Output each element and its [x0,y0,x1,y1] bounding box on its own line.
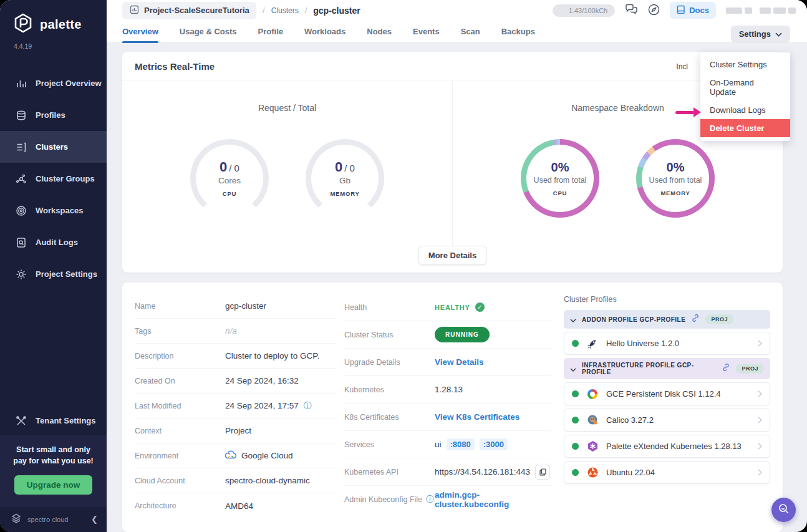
sidebar-collapse-button[interactable]: ❮ [91,515,98,524]
cluster-tabs: Overview Usage & Costs Profile Workloads… [107,21,807,43]
copy-button[interactable] [535,465,550,480]
promo-text: Start small and only pay for what you us… [7,444,99,467]
tab-scan[interactable]: Scan [461,21,480,42]
detail-row-health: Health HEALTHY✓ [344,294,551,321]
profile-item-name: Calico 3.27.2 [606,415,751,425]
menu-item-on-demand-update[interactable]: On-Demand Update [700,74,790,101]
breadcrumb-clusters-link[interactable]: Clusters [271,6,299,15]
ubuntu-icon [586,466,599,480]
tab-nodes[interactable]: Nodes [367,21,392,42]
sidebar-item-cluster-groups[interactable]: Cluster Groups [0,163,107,195]
chevron-down-icon [570,314,576,325]
sidebar-item-audit-logs[interactable]: Audit Logs [0,226,107,258]
detail-value: Google Cloud [241,451,293,460]
tab-usage-costs[interactable]: Usage & Costs [180,21,237,42]
sidebar-item-project-overview[interactable]: Project Overview [0,67,107,99]
sidebar-spacer [0,290,107,407]
kubernetes-api-url: https://34.54.126.181:443 [435,467,530,476]
service-name: ui [435,440,442,449]
upgrade-now-button[interactable]: Upgrade now [14,475,93,495]
doc-search-icon [15,236,27,248]
memory-gauge: 0/ 0 Gb MEMORY [306,139,384,218]
info-icon[interactable]: ⓘ [304,400,312,412]
chevron-down-icon [570,363,576,374]
detail-row-upgrade-details: Upgrade Details View Details [344,349,551,376]
brand-name: spectro cloud [27,516,86,523]
brand-row: spectro cloud ❮ [0,506,107,532]
detail-label: Description [135,352,225,360]
user-menu-redacted[interactable] [726,7,796,14]
docs-button[interactable]: Docs [670,2,716,19]
profile-item-name: GCE Persistent Disk CSI 1.12.4 [606,389,751,399]
detail-row-description: Description Cluster to deploy to GCP. [135,344,337,369]
profile-item-calico[interactable]: Calico 3.27.2 [564,409,770,432]
magnifier-smile-icon [778,503,790,517]
cpu-gauge-value: 0 [220,159,227,175]
kubeconfig-download-link[interactable]: admin.gcp-cluster.kubeconfig [435,490,551,509]
view-k8s-certificates-link[interactable]: View K8s Certificates [435,412,519,422]
tab-events[interactable]: Events [413,21,440,42]
memory-gauge-total: / 0 [344,163,355,173]
details-middle-column: Health HEALTHY✓ Cluster Status RUNNING U… [344,294,551,532]
sidebar-item-tenant-settings[interactable]: Tenant Settings [0,407,107,435]
sidebar-item-label: Workspaces [36,206,83,215]
compass-icon [648,4,660,17]
view-details-link[interactable]: View Details [435,357,484,367]
app-logo-text: palette [40,17,82,32]
chevron-right-icon [758,389,762,400]
whats-new-button[interactable] [648,4,660,17]
service-port-link[interactable]: :3000 [480,438,508,450]
usage-credits-badge: 1.43/100kCh [553,4,615,17]
redaction-block [726,7,742,14]
help-search-fab[interactable] [771,498,796,522]
tab-profile[interactable]: Profile [258,21,283,42]
tab-overview[interactable]: Overview [122,21,158,42]
addon-profile-header[interactable]: ADDON PROFILE GCP-PROFILE PROJ [564,310,770,329]
sidebar-item-workspaces[interactable]: Workspaces [0,195,107,226]
infrastructure-profile-header[interactable]: INFRASTRUCTURE PROFILE GCP-PROFILE PROJ [564,358,770,379]
service-port-link[interactable]: :8080 [447,438,475,450]
settings-dropdown-button[interactable]: Settings [731,26,790,42]
profile-item-hello-universe[interactable]: Hello Universe 1.2.0 [564,332,770,355]
topbar: Project-ScaleSecureTutoria / Clusters / … [107,0,807,21]
profile-item-gce-disk[interactable]: GCE Persistent Disk CSI 1.12.4 [564,382,770,405]
tab-backups[interactable]: Backups [501,21,535,42]
gear-icon [15,268,27,280]
feedback-chat-button[interactable] [625,4,638,17]
proj-badge: PROJ [705,314,733,324]
metrics-card-header: Metrics Real-Time Incl [122,52,783,80]
sidebar-item-profiles[interactable]: Profiles [0,99,107,131]
status-dot [572,469,579,476]
bar-chart-icon [15,77,27,89]
details-left-column: Name gcp-cluster Tags n/a Description Cl… [135,294,337,532]
tab-workloads[interactable]: Workloads [304,21,346,42]
status-dot [572,390,579,397]
detail-label: Name [135,302,225,311]
detail-value: Cluster to deploy to GCP. [225,351,337,360]
detail-label: Last Modified [135,402,225,410]
profile-section-label: INFRASTRUCTURE PROFILE GCP-PROFILE [582,362,716,375]
menu-item-delete-cluster[interactable]: Delete Cluster [700,119,790,137]
check-circle-icon: ✓ [475,302,485,312]
menu-item-download-logs[interactable]: Download Logs [700,101,790,119]
detail-row-cluster-status: Cluster Status RUNNING [344,321,551,349]
menu-item-cluster-settings[interactable]: Cluster Settings [700,56,790,74]
project-selector-chip[interactable]: Project-ScaleSecureTutoria [122,2,256,19]
memory-donut-percent: 0% [667,160,685,175]
info-icon[interactable]: ⓘ [426,494,434,505]
profile-item-pxk[interactable]: Palette eXtended Kubernetes 1.28.13 [564,435,770,458]
sidebar-item-label: Cluster Groups [36,174,95,183]
cluster-profiles-title: Cluster Profiles [564,295,770,304]
sidebar-item-clusters[interactable]: Clusters [0,131,107,163]
sidebar-item-project-settings[interactable]: Project Settings [0,258,107,290]
spectro-cloud-logo-icon [10,512,22,527]
metrics-body: Request / Total 0/ 0 Cores CPU [122,80,783,246]
more-details-button[interactable]: More Details [418,246,486,265]
detail-value: gcp-cluster [225,301,337,311]
detail-label: Admin Kubeconfig File [344,495,422,504]
sidebar-item-label: Profiles [36,110,65,120]
detail-label: Health [344,303,435,312]
profile-item-ubuntu[interactable]: Ubuntu 22.04 [564,461,770,484]
palette-logo-icon [12,12,34,36]
gce-disk-icon [586,387,599,401]
